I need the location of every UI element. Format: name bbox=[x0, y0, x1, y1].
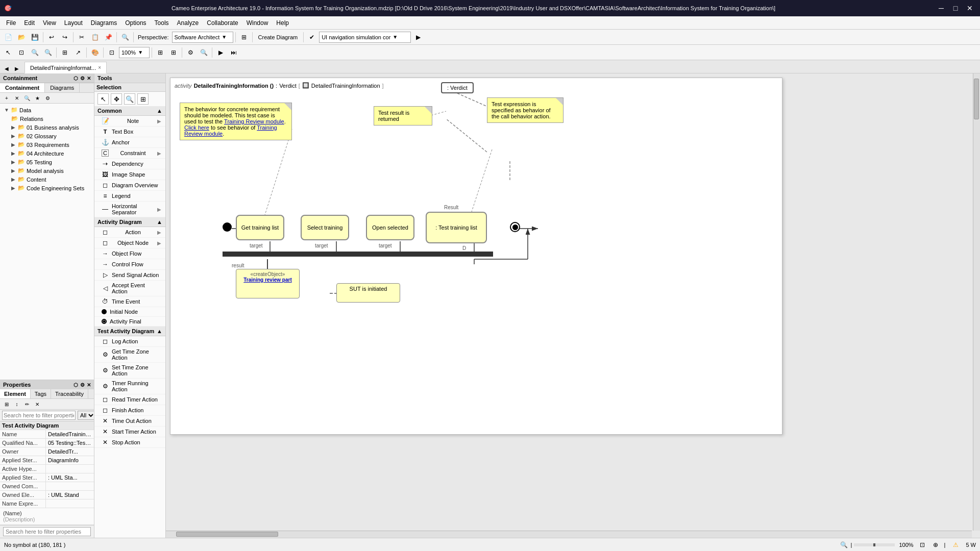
zoom-tool[interactable]: 🔍 bbox=[124, 93, 135, 105]
palette-accept-event[interactable]: ◁ Accept Event Action bbox=[94, 281, 165, 296]
find-button[interactable]: 🔍 bbox=[198, 47, 210, 58]
zoom-100[interactable]: ⊡ bbox=[106, 47, 118, 58]
canvas-area[interactable]: activity DetailedTrainingInformation () … bbox=[166, 73, 980, 538]
minimize-button[interactable]: ─ bbox=[935, 3, 947, 13]
palette-control-flow[interactable]: → Control Flow bbox=[94, 259, 165, 270]
filter-select[interactable]: All bbox=[78, 411, 94, 420]
close-button[interactable]: ✕ bbox=[964, 3, 976, 13]
search-button[interactable]: 🔍 bbox=[119, 32, 131, 43]
perspective-dropdown[interactable]: Software Architect ▼ bbox=[172, 32, 233, 43]
select-button[interactable]: ↖ bbox=[2, 47, 14, 58]
tree-item-ba[interactable]: ▶ 📂 01 Business analysis bbox=[2, 123, 92, 132]
palette-dependency[interactable]: ⇢ Dependency bbox=[94, 159, 165, 169]
menu-view[interactable]: View bbox=[39, 18, 60, 28]
palette-start-timer[interactable]: ✕ Start Timer Action bbox=[94, 427, 165, 437]
tree-delete[interactable]: ✕ bbox=[12, 94, 21, 102]
palette-timeout-action[interactable]: ✕ Time Out Action bbox=[94, 416, 165, 427]
palette-stop-action[interactable]: ✕ Stop Action bbox=[94, 437, 165, 448]
menu-edit[interactable]: Edit bbox=[20, 18, 39, 28]
palette-timer-running[interactable]: ⚙ Timer Running Action bbox=[94, 379, 165, 394]
palette-anchor[interactable]: ⚓ Anchor bbox=[94, 137, 165, 148]
undo-button[interactable]: ↩ bbox=[45, 32, 58, 43]
obj-sut-initiated[interactable]: SUT is initiated bbox=[336, 283, 400, 303]
active-tab[interactable]: DetailedTrainingInformat... × bbox=[24, 62, 107, 73]
palette-send-signal[interactable]: ▷ Send Signal Action bbox=[94, 270, 165, 281]
tree-item-content[interactable]: ▶ 📂 Content bbox=[2, 175, 92, 184]
next-tab-button[interactable]: ▶ bbox=[12, 64, 21, 73]
prop-tab-element[interactable]: Element bbox=[0, 389, 31, 398]
prop-edit[interactable]: ✏ bbox=[22, 400, 32, 408]
action-get-training[interactable]: Get training list bbox=[236, 215, 284, 240]
palette-note[interactable]: 📝 Note ▶ bbox=[94, 116, 165, 127]
step-button[interactable]: ⏭ bbox=[228, 47, 240, 58]
tab-close[interactable]: × bbox=[98, 65, 101, 70]
snap-button[interactable]: ⊞ bbox=[167, 47, 180, 58]
zoom-dropdown[interactable]: 100% ▼ bbox=[119, 47, 150, 58]
menu-options[interactable]: Options bbox=[121, 18, 150, 28]
paste-button[interactable]: 📌 bbox=[102, 32, 114, 43]
palette-activity-final[interactable]: Activity Final bbox=[94, 317, 165, 327]
initial-node[interactable] bbox=[223, 222, 232, 232]
palette-diagram-overview[interactable]: ◻ Diagram Overview bbox=[94, 180, 165, 191]
tree-item-reqs[interactable]: ▶ 📂 03 Requirements bbox=[2, 140, 92, 149]
action-test-training[interactable]: : Test training list bbox=[426, 212, 487, 243]
note-behavior[interactable]: The behavior for concrete requirement sh… bbox=[180, 103, 292, 140]
palette-constraint[interactable]: C Constraint ▶ bbox=[94, 148, 165, 159]
tree-search[interactable]: 🔍 bbox=[22, 94, 32, 102]
zoom-minus-status[interactable]: 🔍 bbox=[840, 541, 849, 549]
tree-filter[interactable]: ⚙ bbox=[43, 94, 52, 102]
palette-log-action[interactable]: ◻ Log Action bbox=[94, 336, 165, 347]
palette-action[interactable]: ◻ Action ▶ bbox=[94, 227, 165, 238]
menu-analyze[interactable]: Analyze bbox=[173, 18, 203, 28]
style-button[interactable]: 🎨 bbox=[89, 47, 101, 58]
zoom-in-status[interactable]: ⊕ bbox=[931, 541, 940, 549]
h-scroll-thumb[interactable] bbox=[176, 532, 278, 537]
save-button[interactable]: 💾 bbox=[29, 32, 41, 43]
copy-button[interactable]: 📋 bbox=[89, 32, 101, 43]
palette-set-timezone[interactable]: ⚙ Set Time Zone Action bbox=[94, 363, 165, 379]
menu-collaborate[interactable]: Collaborate bbox=[203, 18, 242, 28]
tree-item-testing[interactable]: ▶ 📂 05 Testing bbox=[2, 158, 92, 166]
prop-sort[interactable]: ↕ bbox=[12, 400, 21, 408]
open-button[interactable]: 📂 bbox=[15, 32, 28, 43]
prop-tab-tags[interactable]: Tags bbox=[31, 389, 51, 398]
search-properties-input[interactable] bbox=[3, 527, 91, 536]
prop-close[interactable]: ✕ bbox=[87, 382, 91, 388]
note-test-expr[interactable]: Test expression is specified as behavior… bbox=[487, 97, 564, 123]
diagram-canvas[interactable]: activity DetailedTrainingInformation () … bbox=[170, 78, 782, 435]
run2-button[interactable]: ▶ bbox=[214, 47, 227, 58]
new-button[interactable]: 📄 bbox=[2, 32, 14, 43]
menu-help[interactable]: Help bbox=[272, 18, 293, 28]
settings-button[interactable]: ⚙ bbox=[184, 47, 197, 58]
tab-containment[interactable]: Containment bbox=[0, 83, 45, 92]
prop-grid-view[interactable]: ⊞ bbox=[2, 400, 11, 408]
ui-nav-dropdown[interactable]: UI navigation simulation cor ▼ bbox=[319, 32, 411, 43]
containment-close[interactable]: ✕ bbox=[87, 76, 91, 81]
layout-button[interactable]: ⊞ bbox=[59, 47, 71, 58]
tab-diagrams[interactable]: Diagrams bbox=[45, 83, 80, 92]
redo-button[interactable]: ↪ bbox=[59, 32, 71, 43]
prop-expand[interactable]: ⬡ bbox=[74, 382, 78, 388]
palette-initial-node[interactable]: Initial Node bbox=[94, 307, 165, 317]
filter-input[interactable] bbox=[2, 411, 76, 420]
zoom-in-button[interactable]: 🔍 bbox=[29, 47, 41, 58]
grid-button[interactable]: ⊞ bbox=[154, 47, 166, 58]
tree-add[interactable]: + bbox=[2, 94, 11, 102]
palette-get-timezone[interactable]: ⚙ Get Time Zone Action bbox=[94, 347, 165, 363]
menu-layout[interactable]: Layout bbox=[60, 18, 87, 28]
palette-read-timer[interactable]: ◻ Read Timer Action bbox=[94, 394, 165, 405]
palette-finish-action[interactable]: ◻ Finish Action bbox=[94, 405, 165, 416]
create-diagram-btn[interactable]: Create Diagram bbox=[255, 32, 302, 43]
palette-object-node[interactable]: ◻ Object Node ▶ bbox=[94, 238, 165, 248]
select-tool[interactable]: ↖ bbox=[97, 93, 109, 105]
horizontal-scrollbar[interactable] bbox=[166, 531, 972, 538]
run-button[interactable]: ▶ bbox=[412, 32, 424, 43]
palette-object-flow[interactable]: → Object Flow bbox=[94, 248, 165, 259]
menu-diagrams[interactable]: Diagrams bbox=[87, 18, 121, 28]
containment-options[interactable]: ⚙ bbox=[80, 76, 85, 81]
final-node[interactable] bbox=[510, 222, 520, 232]
validate-button[interactable]: ✔ bbox=[306, 32, 318, 43]
cut-button[interactable]: ✂ bbox=[76, 32, 88, 43]
maximize-button[interactable]: □ bbox=[949, 3, 962, 13]
menu-window[interactable]: Window bbox=[242, 18, 273, 28]
